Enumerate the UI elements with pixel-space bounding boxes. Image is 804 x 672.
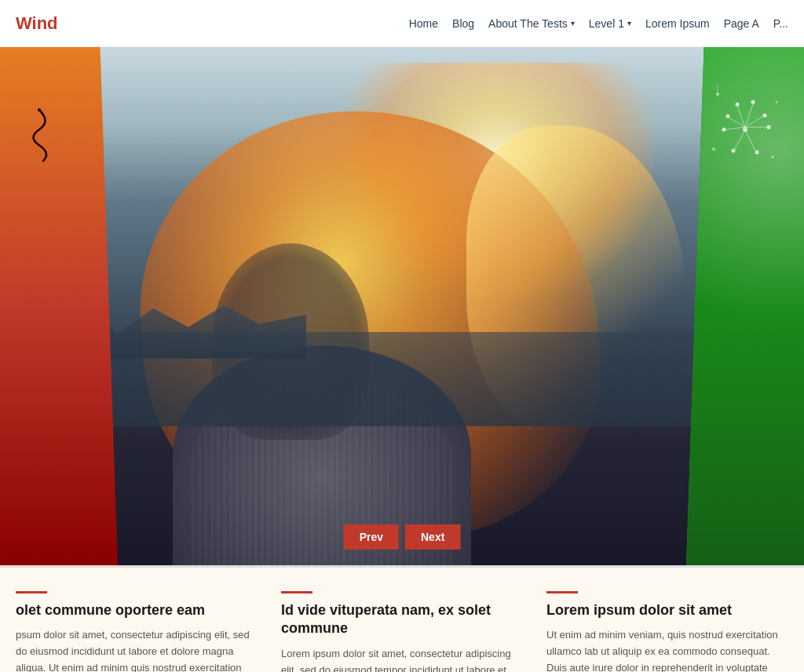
slide-left-panel (0, 47, 118, 565)
nav-lorem-ipsum[interactable]: Lorem Ipsum (645, 17, 710, 30)
svg-point-5 (751, 100, 755, 104)
article-col-1: olet commune oportere eam psum dolor sit… (16, 591, 258, 672)
red-bar-1 (16, 591, 47, 593)
svg-line-14 (735, 130, 745, 149)
svg-line-2 (737, 106, 745, 127)
svg-point-18 (716, 93, 719, 96)
hero-slider: Prev Next (0, 47, 804, 565)
svg-point-20 (772, 156, 774, 159)
svg-point-3 (736, 103, 740, 107)
slider-controls: Prev Next (344, 524, 461, 550)
nav-home[interactable]: Home (409, 17, 438, 30)
article-3-title: Lorem ipsum dolor sit amet (546, 601, 788, 619)
article-2-excerpt: Lorem ipsum dolor sit amet, consectetur … (281, 646, 523, 672)
chevron-down-icon: ▾ (627, 19, 631, 27)
article-1-excerpt: psum dolor sit amet, consectetur adipisc… (16, 627, 258, 672)
svg-point-9 (763, 114, 767, 118)
red-bar-3 (546, 591, 578, 593)
svg-point-11 (722, 128, 726, 132)
main-nav: Home Blog About The Tests ▾ Level 1 ▾ Lo… (409, 17, 788, 30)
svg-line-4 (745, 104, 753, 127)
red-bar-2 (281, 591, 312, 593)
prev-button[interactable]: Prev (344, 524, 399, 550)
slide-right-panel (686, 47, 804, 565)
svg-line-10 (725, 127, 745, 130)
article-col-2: Id vide vituperata nam, ex solet commune… (281, 591, 523, 672)
slide-center-image (0, 47, 804, 565)
nav-blog[interactable]: Blog (452, 17, 474, 30)
site-logo[interactable]: Wind (16, 13, 58, 34)
svg-point-0 (38, 108, 41, 111)
svg-line-6 (729, 118, 745, 127)
nav-more[interactable]: P... (773, 17, 788, 30)
dandelion-icon (702, 71, 788, 188)
svg-point-13 (767, 126, 771, 130)
articles-section: olet commune oportere eam psum dolor sit… (0, 565, 804, 672)
next-button[interactable]: Next (405, 524, 460, 550)
svg-point-17 (755, 151, 759, 155)
svg-point-7 (726, 115, 730, 119)
article-1-title: olet commune oportere eam (16, 601, 258, 619)
nav-level1[interactable]: Level 1 ▾ (589, 17, 631, 30)
hero-image (0, 47, 804, 565)
article-2-title: Id vide vituperata nam, ex solet commune (281, 601, 523, 638)
svg-point-15 (732, 149, 736, 153)
svg-point-21 (712, 148, 715, 151)
svg-line-16 (745, 130, 755, 151)
site-header: Wind Home Blog About The Tests ▾ Level 1… (0, 0, 804, 47)
decorative-squiggle (16, 102, 63, 171)
slide-right-inner (686, 47, 804, 565)
chevron-down-icon: ▾ (571, 19, 575, 27)
article-3-excerpt: Ut enim ad minim veniam, quis nostrud ex… (546, 627, 788, 672)
svg-point-22 (776, 101, 778, 104)
article-col-3: Lorem ipsum dolor sit amet Ut enim ad mi… (546, 591, 788, 672)
nav-about-tests[interactable]: About The Tests ▾ (488, 17, 575, 30)
nav-page-a[interactable]: Page A (724, 17, 759, 30)
